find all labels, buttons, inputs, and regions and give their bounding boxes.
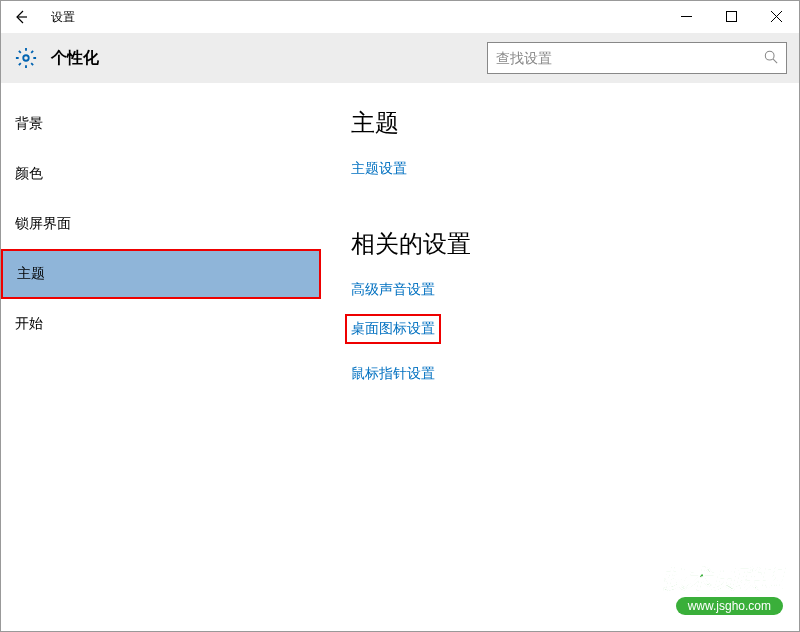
window-title: 设置 [51,9,75,26]
sidebar-item-color[interactable]: 颜色 [1,149,321,199]
sidebar-item-label: 主题 [17,265,45,283]
link-theme-settings[interactable]: 主题设置 [351,160,407,178]
sidebar-item-label: 颜色 [15,165,43,183]
sidebar-item-label: 锁屏界面 [15,215,71,233]
section-heading-related: 相关的设置 [351,228,799,260]
sidebar-item-label: 开始 [15,315,43,333]
title-bar: 设置 [1,1,799,33]
svg-point-2 [765,51,774,60]
search-icon [764,50,778,67]
minimize-button[interactable] [664,1,709,31]
main-panel: 主题 主题设置 相关的设置 高级声音设置 桌面图标设置 鼠标指针设置 [321,83,799,631]
sidebar-item-lockscreen[interactable]: 锁屏界面 [1,199,321,249]
content-area: 背景 颜色 锁屏界面 主题 开始 主题 主题设置 相关的设置 高级声音设置 桌面… [1,83,799,631]
svg-rect-0 [727,11,737,21]
search-input[interactable] [496,50,764,66]
page-title: 个性化 [51,48,99,69]
svg-point-1 [23,55,29,61]
gear-icon [15,47,37,69]
close-icon [771,11,782,22]
back-arrow-icon [13,9,29,25]
header-section: 个性化 [1,33,799,83]
watermark-url: www.jsgho.com [676,597,783,615]
sidebar-item-label: 背景 [15,115,43,133]
link-desktop-icon-settings[interactable]: 桌面图标设置 [345,314,441,344]
sidebar-item-start[interactable]: 开始 [1,299,321,349]
close-button[interactable] [754,1,799,31]
watermark: 技术员联盟 www.jsgho.com [663,563,783,615]
section-heading-theme: 主题 [351,107,799,139]
maximize-button[interactable] [709,1,754,31]
window-controls [664,1,799,31]
back-button[interactable] [1,1,41,33]
search-box[interactable] [487,42,787,74]
minimize-icon [681,11,692,22]
link-advanced-sound[interactable]: 高级声音设置 [351,281,435,299]
link-mouse-pointer-settings[interactable]: 鼠标指针设置 [351,365,435,383]
maximize-icon [726,11,737,22]
sidebar-item-theme[interactable]: 主题 [1,249,321,299]
header-left: 个性化 [15,47,99,69]
sidebar-item-background[interactable]: 背景 [1,99,321,149]
watermark-title: 技术员联盟 [663,563,783,595]
sidebar: 背景 颜色 锁屏界面 主题 开始 [1,83,321,631]
